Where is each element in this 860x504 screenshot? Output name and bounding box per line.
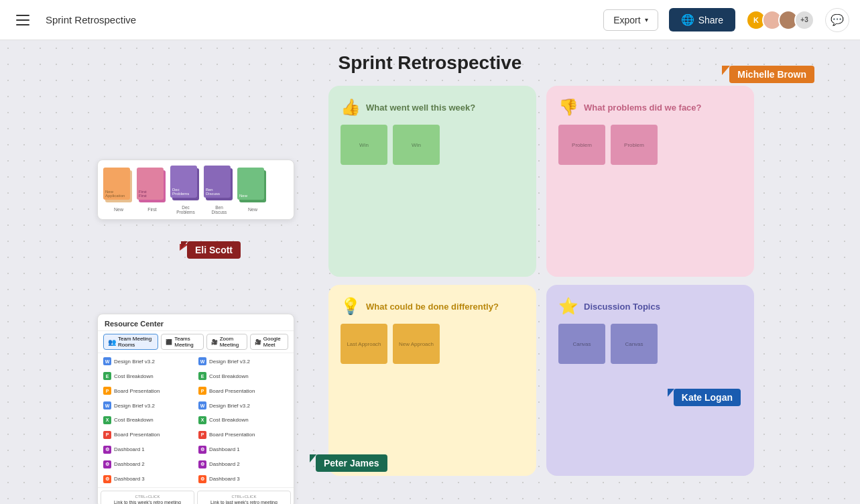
file-item[interactable]: E Cost Breakdown (198, 369, 288, 383)
thumbs-up-icon: 👍 (341, 98, 361, 117)
quadrant-went-well-title: What went well this week? (366, 103, 475, 113)
sticky-card[interactable]: New Approach (393, 324, 440, 364)
thumbs-down-icon: 👎 (558, 98, 578, 117)
file-item[interactable]: ⚙ Dashboard 3 (103, 472, 193, 486)
sheet-icon: E (103, 372, 111, 380)
doc-icon: W (198, 401, 206, 410)
dash-icon: ⚙ (198, 460, 206, 468)
ppt-icon: P (103, 431, 111, 439)
resource-center-panel: Resource Center 👥 Team Meeting Rooms ⬛ T… (97, 314, 294, 504)
quadrant-discussion-title: Discussion Topics (584, 302, 660, 312)
sticky-card[interactable]: Last Approach (341, 324, 387, 364)
header-title: Sprint Retrospective (46, 14, 593, 25)
file-item[interactable]: ⚙ Dashboard 1 (198, 442, 288, 456)
globe-icon: 🌐 (681, 13, 694, 26)
cursor-eli: Eli Scott (181, 241, 241, 259)
share-label: Share (698, 15, 723, 25)
team-icon: 👥 (108, 338, 116, 346)
sidebar-tabs: 👥 Team Meeting Rooms ⬛ Teams Meeting 🎥 Z… (98, 331, 294, 353)
export-button[interactable]: Export ▾ (603, 9, 658, 31)
file-item[interactable]: X Cost Breakdown (103, 414, 193, 428)
dash-icon: ⚙ (198, 446, 206, 454)
quadrant-discussion-header: ⭐ Discussion Topics (558, 297, 742, 316)
bulb-icon: 💡 (341, 297, 361, 316)
menu-button[interactable] (11, 8, 35, 32)
problems-cards: Problem Problem (558, 125, 742, 165)
db-icon: ⚙ (103, 475, 111, 483)
avatar-count[interactable]: +3 (794, 10, 814, 30)
file-item[interactable]: P Board Presentation (103, 384, 193, 398)
star-icon: ⭐ (558, 297, 578, 316)
doc-icon: W (103, 357, 111, 365)
db-icon: ⚙ (198, 475, 206, 483)
link-this-week[interactable]: CTRL+CLICK Link to this week's retro mee… (101, 491, 194, 504)
canvas-title: Sprint Retrospective (339, 52, 522, 74)
comment-button[interactable]: 💬 (825, 8, 849, 32)
template-thumb-5[interactable]: New New (237, 168, 268, 212)
cursor-name-peter: Peter James (316, 454, 387, 472)
discussion-cards: Canvas Canvas (558, 324, 742, 364)
template-panel: New Application New FirstFirst First Dec… (97, 160, 294, 220)
chevron-down-icon: ▾ (645, 16, 648, 23)
file-item[interactable]: P Board Presentation (198, 428, 288, 442)
file-item[interactable]: ⚙ Dashboard 2 (198, 457, 288, 471)
file-item[interactable]: ⚙ Dashboard 2 (103, 457, 193, 471)
template-thumb-1[interactable]: New Application New (103, 168, 134, 212)
file-item[interactable]: X Cost Breakdown (198, 414, 288, 428)
file-list: W Design Brief v3.2 W Design Brief v3.2 … (98, 353, 294, 487)
doc-icon: W (198, 357, 206, 365)
sidebar-tab-google[interactable]: 🎥 Google Meet (250, 334, 288, 350)
ppt-icon: P (198, 431, 206, 439)
file-item[interactable]: ⚙ Dashboard 3 (198, 472, 288, 486)
file-item[interactable]: E Cost Breakdown (103, 369, 193, 383)
template-thumb-2[interactable]: FirstFirst First (137, 168, 168, 212)
slide-icon: P (103, 387, 111, 395)
sticky-card[interactable]: Win (393, 125, 440, 165)
file-item[interactable]: ⚙ Dashboard 1 (103, 442, 193, 456)
quadrant-problems-header: 👎 What problems did we face? (558, 98, 742, 117)
dash-icon: ⚙ (103, 460, 111, 468)
sidebar-footer: CTRL+CLICK Link to this week's retro mee… (98, 487, 294, 504)
canvas: Sprint Retrospective New Application New… (0, 40, 860, 504)
file-item[interactable]: P Board Presentation (103, 428, 193, 442)
file-item[interactable]: W Design Brief v3.2 (198, 399, 288, 413)
sheet-icon: E (198, 372, 206, 380)
cursor-peter: Peter James (310, 454, 387, 472)
cursor-michelle: Michelle Brown (722, 66, 814, 83)
went-well-cards: Win Win (341, 125, 524, 165)
sticky-card[interactable]: Problem (611, 125, 658, 165)
quadrant-differently: 💡 What could be done differently? Last A… (328, 285, 536, 476)
share-button[interactable]: 🌐 Share (669, 8, 735, 32)
resource-center-title: Resource Center (98, 314, 294, 331)
quadrant-problems: 👎 What problems did we face? Problem Pro… (546, 86, 754, 277)
sticky-card[interactable]: Canvas (558, 324, 605, 364)
quadrant-differently-title: What could be done differently? (366, 302, 499, 312)
differently-cards: Last Approach New Approach (341, 324, 524, 364)
quadrant-went-well: 👍 What went well this week? Win Win (328, 86, 536, 277)
sticky-card[interactable]: Problem (558, 125, 605, 165)
sidebar-tab-team-meeting[interactable]: 👥 Team Meeting Rooms (103, 334, 158, 350)
cursor-kate: Kate Logan (668, 389, 741, 406)
template-thumb-3[interactable]: DecProblems DecProblems (170, 166, 201, 214)
link-last-week[interactable]: CTRL+CLICK Link to last week's retro mee… (197, 491, 291, 504)
sheet-icon: X (103, 416, 111, 424)
sidebar-tab-zoom[interactable]: 🎥 Zoom Meeting (206, 334, 247, 350)
header: Sprint Retrospective Export ▾ 🌐 Share K … (0, 0, 860, 40)
sticky-card[interactable]: Canvas (611, 324, 658, 364)
template-thumb-4[interactable]: BenDiscuss BenDiscuss (204, 166, 235, 214)
sidebar-tab-teams[interactable]: ⬛ Teams Meeting (161, 334, 203, 350)
quadrant-went-well-header: 👍 What went well this week? (341, 98, 524, 117)
cursor-name-eli: Eli Scott (187, 241, 241, 259)
sheet-icon: X (198, 416, 206, 424)
file-item[interactable]: P Board Presentation (198, 384, 288, 398)
dash-icon: ⚙ (103, 446, 111, 454)
cursor-name-kate: Kate Logan (674, 389, 741, 406)
file-item[interactable]: W Design Brief v3.2 (103, 355, 193, 369)
file-item[interactable]: W Design Brief v3.2 (103, 399, 193, 413)
file-item[interactable]: W Design Brief v3.2 (198, 355, 288, 369)
quadrant-problems-title: What problems did we face? (584, 103, 702, 113)
quadrant-differently-header: 💡 What could be done differently? (341, 297, 524, 316)
sticky-card[interactable]: Win (341, 125, 387, 165)
doc-icon: W (103, 401, 111, 410)
cursor-name-michelle: Michelle Brown (729, 66, 814, 83)
